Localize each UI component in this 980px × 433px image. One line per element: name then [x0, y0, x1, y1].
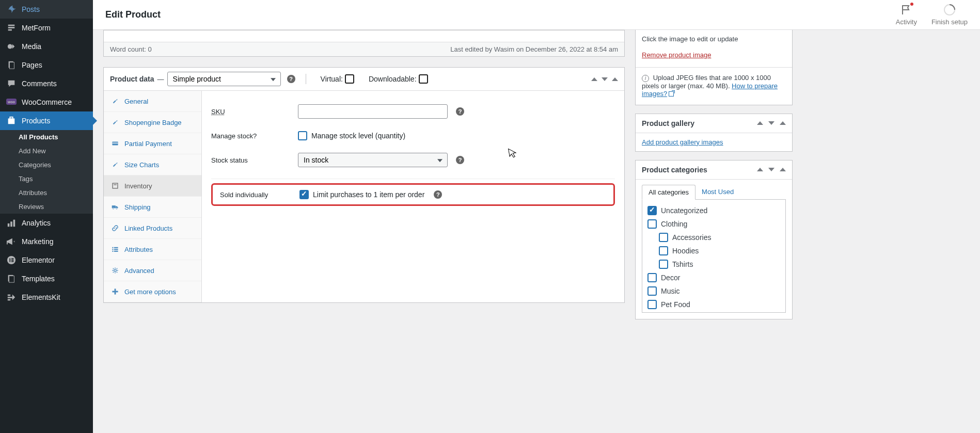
submenu-all-products[interactable]: All Products	[0, 130, 93, 144]
submenu-attributes[interactable]: Attributes	[0, 186, 93, 200]
category-checkbox[interactable]	[659, 246, 668, 255]
category-item[interactable]: Accessories	[647, 231, 780, 244]
product-data-heading: Product data	[110, 75, 154, 83]
inventory-panel: SKU ? Manage stock? Manage stock level (…	[202, 91, 624, 302]
menu-label: WooCommerce	[22, 98, 72, 106]
virtual-checkbox[interactable]	[345, 74, 354, 84]
tab-attributes[interactable]: Attributes	[104, 239, 201, 260]
tab-partial-payment[interactable]: Partial Payment	[104, 133, 201, 154]
menu-marketing[interactable]: Marketing	[0, 232, 93, 251]
category-checkbox[interactable]	[647, 286, 657, 296]
tab-shipping[interactable]: Shipping	[104, 197, 201, 218]
help-icon[interactable]: ?	[456, 107, 464, 116]
stock-status-select[interactable]: In stock	[298, 153, 448, 167]
category-item[interactable]: Uncategorized	[647, 204, 780, 217]
menu-label: Marketing	[22, 237, 53, 246]
menu-products[interactable]: Products	[0, 111, 93, 130]
menu-templates[interactable]: Templates	[0, 269, 93, 288]
svg-rect-25	[112, 143, 118, 143]
category-item[interactable]: Music	[647, 284, 780, 298]
sku-input[interactable]	[298, 104, 448, 119]
category-item[interactable]: Hoodies	[647, 244, 780, 258]
form-icon	[6, 23, 17, 33]
help-icon[interactable]: ?	[434, 190, 442, 199]
menu-analytics[interactable]: Analytics	[0, 214, 93, 232]
submenu-reviews[interactable]: Reviews	[0, 200, 93, 214]
category-checkbox[interactable]	[647, 219, 657, 229]
flag-icon	[900, 4, 912, 16]
menu-posts[interactable]: Posts	[0, 0, 93, 19]
info-icon: i	[642, 75, 649, 82]
move-up-icon[interactable]	[757, 121, 763, 125]
sold-individually-checkbox[interactable]	[299, 190, 309, 199]
tab-get-more-options[interactable]: Get more options	[104, 281, 201, 302]
category-list[interactable]: UncategorizedClothingAccessoriesHoodiesT…	[642, 199, 786, 313]
category-item[interactable]: Tshirts	[647, 258, 780, 271]
category-checkbox[interactable]	[659, 233, 668, 242]
collapse-icon[interactable]	[780, 121, 786, 125]
help-icon[interactable]: ?	[287, 75, 295, 83]
admin-sidebar: Posts MetForm Media Pages Comments woo W…	[0, 0, 93, 338]
product-type-select[interactable]: Simple product	[167, 72, 281, 86]
tab-shopengine-badge[interactable]: Shopengine Badge	[104, 112, 201, 133]
downloadable-checkbox[interactable]	[419, 74, 428, 84]
move-down-icon[interactable]	[768, 121, 774, 125]
activity-button[interactable]: Activity	[896, 4, 917, 26]
menu-woocommerce[interactable]: woo WooCommerce	[0, 93, 93, 111]
move-up-icon[interactable]	[591, 77, 597, 81]
move-down-icon[interactable]	[768, 168, 774, 171]
manage-stock-text: Manage stock level (quantity)	[311, 132, 405, 140]
menu-pages[interactable]: Pages	[0, 56, 93, 74]
svg-text:woo: woo	[7, 100, 15, 104]
menu-label: Elementor	[22, 256, 55, 264]
submenu-tags[interactable]: Tags	[0, 172, 93, 186]
product-image-metabox: Click the image to edit or update Remove…	[635, 30, 793, 105]
menu-metform[interactable]: MetForm	[0, 19, 93, 37]
analytics-icon	[6, 218, 17, 228]
category-checkbox[interactable]	[659, 260, 668, 269]
tab-inventory[interactable]: Inventory	[104, 175, 201, 197]
move-up-icon[interactable]	[757, 168, 763, 171]
pages-icon	[6, 60, 17, 70]
collapse-icon[interactable]	[780, 168, 786, 171]
category-checkbox[interactable]	[647, 300, 657, 309]
sold-individually-label: Sold individually	[220, 191, 299, 199]
remove-product-image-link[interactable]: Remove product image	[642, 51, 711, 59]
add-gallery-images-link[interactable]: Add product gallery images	[642, 138, 723, 146]
category-checkbox[interactable]	[647, 273, 657, 282]
manage-stock-checkbox[interactable]	[298, 131, 307, 140]
virtual-toggle[interactable]: Virtual:	[321, 74, 354, 84]
menu-elementskit[interactable]: ElementsKit	[0, 288, 93, 307]
svg-rect-19	[9, 276, 14, 283]
category-item[interactable]: Decor	[647, 271, 780, 284]
menu-elementor[interactable]: Elementor	[0, 251, 93, 269]
category-label: Clothing	[661, 220, 687, 228]
wrench-icon	[111, 161, 119, 169]
tab-linked-products[interactable]: Linked Products	[104, 218, 201, 239]
category-label: Accessories	[672, 233, 711, 242]
tab-all-categories[interactable]: All categories	[642, 185, 696, 200]
category-item[interactable]: Clothing	[647, 217, 780, 231]
downloadable-toggle[interactable]: Downloadable:	[369, 74, 428, 84]
svg-rect-33	[112, 249, 113, 250]
svg-rect-22	[8, 299, 10, 301]
product-data-panel: Product data — Simple product ? Virtual:…	[103, 67, 625, 303]
finish-setup-button[interactable]: Finish setup	[931, 4, 968, 26]
svg-rect-10	[8, 223, 10, 227]
tab-advanced[interactable]: Advanced	[104, 260, 201, 281]
menu-label: Pages	[22, 61, 42, 69]
move-down-icon[interactable]	[602, 77, 608, 81]
elementskit-icon	[6, 292, 17, 302]
menu-comments[interactable]: Comments	[0, 74, 93, 93]
category-checkbox[interactable]	[647, 206, 657, 215]
category-item[interactable]: Pet Food	[647, 298, 780, 311]
tab-general[interactable]: General	[104, 91, 201, 112]
tab-most-used[interactable]: Most Used	[696, 185, 740, 199]
help-icon[interactable]: ?	[456, 156, 464, 164]
submenu-add-new[interactable]: Add New	[0, 144, 93, 158]
woo-icon: woo	[6, 97, 17, 107]
submenu-categories[interactable]: Categories	[0, 158, 93, 172]
collapse-icon[interactable]	[612, 77, 618, 81]
menu-media[interactable]: Media	[0, 37, 93, 56]
tab-size-charts[interactable]: Size Charts	[104, 154, 201, 175]
